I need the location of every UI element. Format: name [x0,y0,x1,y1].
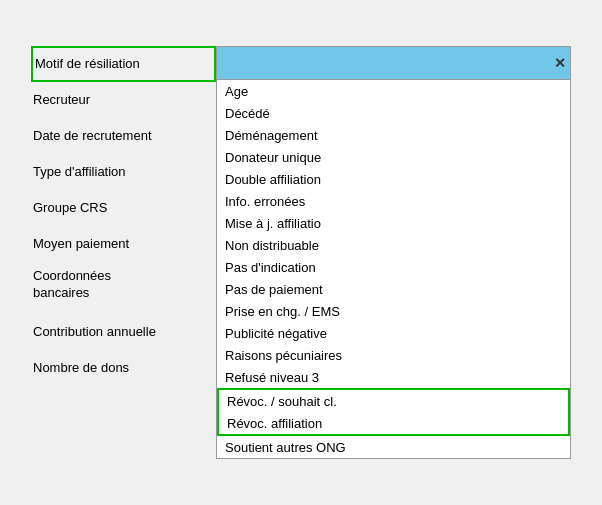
date-recrutement-text: Date de recrutement [33,128,152,145]
nombre-dons-text: Nombre de dons [33,360,129,377]
type-affiliation-text: Type d'affiliation [33,164,126,181]
list-item[interactable]: Raisons pécuniaires [217,344,570,366]
list-item[interactable]: Info. erronées [217,190,570,212]
form-container: Motif de résiliation Recruteur Date de r… [21,36,581,469]
moyen-paiement-text: Moyen paiement [33,236,129,253]
list-item[interactable]: Décédé [217,102,570,124]
label-type-affiliation: Type d'affiliation [31,154,216,190]
label-coordonnees: Coordonnéesbancaires [31,262,216,314]
coordonnees-text: Coordonnéesbancaires [33,268,111,302]
list-item[interactable]: Prise en chg. / EMS [217,300,570,322]
contribution-text: Contribution annuelle [33,324,156,341]
list-item[interactable]: Déménagement [217,124,570,146]
list-item[interactable]: Pas de paiement [217,278,570,300]
highlighted-group: Révoc. / souhait cl.Révoc. affiliation [217,388,570,436]
label-recruteur: Recruteur [31,82,216,118]
label-motif: Motif de résiliation [31,46,216,82]
label-groupe-crs: Groupe CRS [31,190,216,226]
list-item[interactable]: Révoc. / souhait cl. [219,390,568,412]
label-nombre-dons: Nombre de dons [31,350,216,386]
labels-column: Motif de résiliation Recruteur Date de r… [31,46,216,459]
label-date-recrutement: Date de recrutement [31,118,216,154]
dropdown-header[interactable]: ✕ [216,46,571,80]
dropdown-container[interactable]: ✕ AgeDécédéDéménagementDonateur uniqueDo… [216,46,571,459]
list-item[interactable]: Soutient autres ONG [217,436,570,458]
list-item[interactable]: Publicité négative [217,322,570,344]
dropdown-list[interactable]: AgeDécédéDéménagementDonateur uniqueDoub… [216,80,571,459]
list-item[interactable]: Donateur unique [217,146,570,168]
recruteur-text: Recruteur [33,92,90,109]
close-icon[interactable]: ✕ [554,55,566,71]
label-contribution: Contribution annuelle [31,314,216,350]
list-item[interactable]: Non distribuable [217,234,570,256]
list-item[interactable]: Age [217,80,570,102]
list-item[interactable]: Double affiliation [217,168,570,190]
list-item[interactable]: Pas d'indication [217,256,570,278]
motif-text: Motif de résiliation [35,56,140,73]
groupe-crs-text: Groupe CRS [33,200,107,217]
list-item[interactable]: Révoc. affiliation [219,412,568,434]
list-item[interactable]: Mise à j. affiliatio [217,212,570,234]
label-moyen-paiement: Moyen paiement [31,226,216,262]
list-item[interactable]: Refusé niveau 3 [217,366,570,388]
